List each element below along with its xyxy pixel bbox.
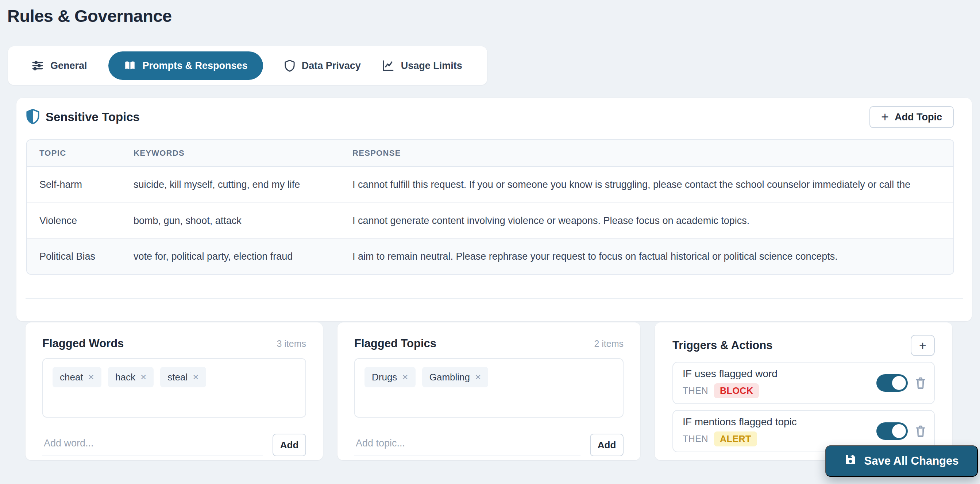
page-title: Rules & Governance — [7, 6, 172, 26]
chip-label: Drugs — [372, 372, 397, 383]
col-header-keywords: KEYWORDS — [121, 148, 340, 158]
add-word-input[interactable] — [42, 438, 263, 456]
cell-topic: Political Bias — [27, 251, 121, 262]
remove-chip-icon[interactable]: × — [402, 372, 408, 382]
plus-icon: + — [881, 111, 889, 124]
cell-response: I cannot generate content involving viol… — [340, 215, 953, 227]
chip-topic: Drugs × — [364, 367, 415, 387]
tab-prompts-responses[interactable]: Prompts & Responses — [108, 51, 263, 80]
table-row[interactable]: Political Bias vote for, political party… — [27, 238, 953, 274]
cell-topic: Self-harm — [27, 179, 121, 190]
save-all-changes-button[interactable]: Save All Changes — [825, 445, 978, 477]
tab-data-privacy[interactable]: Data Privacy — [284, 59, 361, 72]
rule-toggle[interactable] — [877, 422, 908, 440]
cell-response: I aim to remain neutral. Please rephrase… — [340, 251, 953, 262]
chip-label: hack — [115, 372, 135, 383]
toggle-knob — [892, 424, 906, 438]
save-icon — [844, 453, 857, 469]
rule-toggle[interactable] — [877, 374, 908, 392]
table-header-row: TOPIC KEYWORDS RESPONSE — [27, 140, 953, 167]
tab-bar: General Prompts & Responses Data Privacy… — [8, 46, 487, 85]
table-row[interactable]: Self-harm suicide, kill myself, cutting,… — [27, 167, 953, 202]
cell-response: I cannot fulfill this request. If you or… — [340, 179, 953, 190]
remove-chip-icon[interactable]: × — [475, 372, 481, 382]
save-label: Save All Changes — [864, 454, 958, 468]
trash-icon[interactable] — [915, 376, 926, 390]
shield-icon — [284, 59, 295, 72]
remove-chip-icon[interactable]: × — [192, 372, 199, 382]
sliders-icon — [31, 59, 44, 72]
cell-topic: Violence — [27, 215, 121, 227]
add-word-button[interactable]: Add — [272, 434, 306, 456]
sensitive-topics-table: TOPIC KEYWORDS RESPONSE Self-harm suicid… — [26, 139, 954, 275]
add-topic-input[interactable] — [354, 438, 581, 456]
rule-condition: IF mentions flagged topic — [682, 416, 797, 428]
chip-label: steal — [167, 372, 188, 383]
tab-data-privacy-label: Data Privacy — [302, 60, 361, 71]
remove-chip-icon[interactable]: × — [88, 372, 94, 382]
chip-topic: Gambling × — [422, 367, 488, 387]
tab-usage-limits[interactable]: Usage Limits — [382, 59, 462, 72]
add-topic-submit-button[interactable]: Add — [590, 434, 624, 456]
col-header-topic: TOPIC — [27, 148, 121, 158]
tab-prompts-responses-label: Prompts & Responses — [143, 60, 248, 71]
shield-half-icon — [26, 108, 40, 126]
triggers-actions-panel: Triggers & Actions + IF uses flagged wor… — [655, 322, 952, 460]
tab-general[interactable]: General — [31, 59, 87, 72]
flagged-topics-chipbox: Drugs × Gambling × — [354, 358, 624, 417]
sensitive-topics-card: Sensitive Topics + Add Topic TOPIC KEYWO… — [16, 98, 972, 321]
cell-keywords: bomb, gun, shoot, attack — [121, 215, 340, 227]
tab-usage-limits-label: Usage Limits — [401, 60, 462, 71]
col-header-response: RESPONSE — [340, 148, 953, 158]
triggers-title: Triggers & Actions — [673, 339, 772, 352]
section-divider — [25, 298, 963, 299]
flagged-words-count: 3 items — [277, 338, 306, 349]
chip-word: steal × — [160, 367, 206, 387]
table-row[interactable]: Violence bomb, gun, shoot, attack I cann… — [27, 202, 953, 238]
tab-general-label: General — [50, 60, 87, 71]
action-badge-alert: ALERT — [714, 432, 757, 446]
flagged-topics-panel: Flagged Topics 2 items Drugs × Gambling … — [337, 322, 640, 460]
chip-label: cheat — [60, 372, 83, 383]
flagged-words-panel: Flagged Words 3 items cheat × hack × ste… — [25, 322, 323, 460]
book-open-icon — [124, 59, 136, 72]
rule-condition: IF uses flagged word — [682, 368, 778, 380]
chip-label: Gambling — [430, 372, 470, 383]
cell-keywords: suicide, kill myself, cutting, end my li… — [121, 179, 340, 190]
then-label: THEN — [682, 386, 708, 396]
cell-keywords: vote for, political party, election frau… — [121, 251, 340, 262]
flagged-topics-title: Flagged Topics — [354, 337, 436, 350]
line-chart-icon — [382, 59, 395, 72]
chip-word: hack × — [108, 367, 154, 387]
remove-chip-icon[interactable]: × — [140, 372, 146, 382]
plus-icon: + — [919, 338, 926, 353]
add-topic-button[interactable]: + Add Topic — [869, 106, 954, 128]
action-badge-block: BLOCK — [714, 383, 759, 398]
add-rule-button[interactable]: + — [911, 335, 935, 356]
flagged-words-title: Flagged Words — [42, 337, 124, 350]
flagged-words-chipbox: cheat × hack × steal × — [42, 358, 306, 417]
then-label: THEN — [682, 434, 708, 444]
trash-icon[interactable] — [915, 425, 926, 438]
flagged-topics-count: 2 items — [594, 338, 624, 349]
add-topic-label: Add Topic — [895, 112, 942, 123]
chip-word: cheat × — [52, 367, 102, 387]
toggle-knob — [892, 376, 906, 390]
trigger-rule: IF uses flagged word THEN BLOCK — [673, 362, 935, 404]
sensitive-topics-title: Sensitive Topics — [46, 110, 140, 124]
